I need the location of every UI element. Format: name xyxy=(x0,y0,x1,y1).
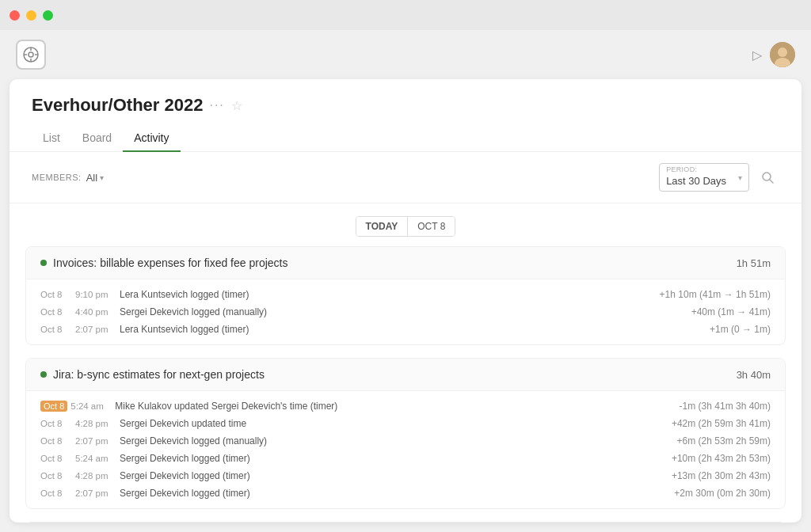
section-2-title: Jira: b-sync estimates for next-gen proj… xyxy=(40,368,265,381)
svg-line-10 xyxy=(770,180,773,183)
section-1-total: 1h 51m xyxy=(737,257,771,269)
log-time: 4:40 pm xyxy=(75,307,120,317)
play-icon[interactable]: ▷ xyxy=(752,48,762,63)
project-title: Everhour/Other 2022 xyxy=(32,95,203,116)
section-1: Invoices: billable expenses for fixed fe… xyxy=(25,246,786,345)
log-date: Oct 8 xyxy=(40,419,75,428)
log-row: Oct 84:40 pmSergei Dekevich logged (manu… xyxy=(26,303,785,321)
chevron-down-icon: ▾ xyxy=(100,173,104,182)
tab-activity[interactable]: Activity xyxy=(123,125,180,152)
log-user: Sergei Dekevich updated time xyxy=(120,418,672,429)
log-user: Sergei Dekevich logged (timer) xyxy=(120,470,672,481)
date-label: OCT 8 xyxy=(408,217,455,236)
dot-icon xyxy=(40,371,47,378)
log-user: Lera Kuntsevich logged (timer) xyxy=(120,324,710,335)
section-2-log: Oct 85:24 amMike Kulakov updated Sergei … xyxy=(26,391,785,508)
log-change: -1m (3h 41m 3h 40m) xyxy=(680,401,771,412)
log-change: +2m 30m (0m 2h 30m) xyxy=(674,488,771,499)
log-row: Oct 82:07 pmSergei Dekevich logged (manu… xyxy=(26,432,785,450)
svg-point-1 xyxy=(29,52,33,57)
dot-icon xyxy=(40,260,47,266)
section-1-title: Invoices: billable expenses for fixed fe… xyxy=(40,256,288,269)
topbar: ▷ xyxy=(10,40,801,70)
app-logo[interactable] xyxy=(16,40,46,70)
log-time: 4:28 pm xyxy=(75,471,120,481)
log-time: 4:28 pm xyxy=(75,419,120,428)
log-time: 5:24 am xyxy=(70,401,115,411)
today-label: TODAY xyxy=(356,217,409,236)
project-menu-icon[interactable]: ··· xyxy=(209,98,224,112)
log-time: 2:07 pm xyxy=(75,325,120,334)
log-change: +1h 10m (41m → 1h 51m) xyxy=(660,289,771,300)
log-time: 9:10 pm xyxy=(75,290,120,299)
section-2-header: Jira: b-sync estimates for next-gen proj… xyxy=(26,359,785,391)
date-badge: TODAY OCT 8 xyxy=(356,216,456,237)
section-2-total: 3h 40m xyxy=(737,369,771,381)
log-date: Oct 8 xyxy=(40,454,75,463)
members-label: MEMBERS: xyxy=(32,173,82,182)
activity-toolbar: MEMBERS: All ▾ PERIOD: Last 30 Days ▾ xyxy=(10,152,801,203)
log-change: +1m (0 → 1m) xyxy=(710,324,771,335)
toolbar-right: PERIOD: Last 30 Days ▾ xyxy=(659,163,779,192)
period-label: PERIOD: xyxy=(666,165,697,173)
log-change: +40m (1m → 41m) xyxy=(691,306,771,317)
section-title-text: Jira: b-sync estimates for next-gen proj… xyxy=(53,368,265,381)
log-user: Sergei Dekevich logged (manually) xyxy=(120,435,677,446)
log-time: 2:07 pm xyxy=(75,436,120,446)
card-header: Everhour/Other 2022 ··· ☆ List Board Act… xyxy=(10,79,801,152)
section-2: Jira: b-sync estimates for next-gen proj… xyxy=(25,358,786,509)
sections-container: Invoices: billable expenses for fixed fe… xyxy=(10,246,801,522)
log-change: +13m (2h 30m 2h 43m) xyxy=(672,470,771,481)
log-date: Oct 8 xyxy=(40,401,67,412)
section-title-text: Invoices: billable expenses for fixed fe… xyxy=(53,256,288,269)
svg-point-7 xyxy=(778,48,787,57)
log-date: Oct 8 xyxy=(40,307,75,317)
log-change: +6m (2h 53m 2h 59m) xyxy=(677,435,771,446)
topbar-right: ▷ xyxy=(752,42,795,67)
log-row: Oct 85:24 amSergei Dekevich logged (time… xyxy=(26,450,785,467)
tab-list[interactable]: List xyxy=(32,125,71,152)
minimize-button[interactable] xyxy=(26,10,36,21)
log-date: Oct 8 xyxy=(40,436,75,446)
log-row: Oct 89:10 pmLera Kuntsevich logged (time… xyxy=(26,286,785,303)
date-divider: TODAY OCT 8 xyxy=(10,203,801,246)
project-title-row: Everhour/Other 2022 ··· ☆ xyxy=(32,95,779,116)
log-row: Oct 84:28 pmSergei Dekevich updated time… xyxy=(26,415,785,432)
maximize-button[interactable] xyxy=(43,10,53,21)
search-button[interactable] xyxy=(756,165,779,189)
members-filter: MEMBERS: All ▾ xyxy=(32,172,104,184)
close-button[interactable] xyxy=(10,10,20,21)
period-value: Last 30 Days xyxy=(666,175,726,187)
avatar[interactable] xyxy=(770,42,795,67)
log-date: Oct 8 xyxy=(40,471,75,481)
log-row: Oct 85:24 amMike Kulakov updated Sergei … xyxy=(26,397,785,415)
log-user: Sergei Dekevich logged (timer) xyxy=(120,453,672,464)
log-row: Oct 82:07 pmSergei Dekevich logged (time… xyxy=(26,484,785,502)
log-date: Oct 8 xyxy=(40,290,75,299)
log-user: Sergei Dekevich logged (timer) xyxy=(120,488,674,499)
tabs: List Board Activity xyxy=(32,125,779,151)
app-content: ▷ Everhour/Other 2022 ··· ☆ List Board A xyxy=(0,30,811,532)
log-change: +42m (2h 59m 3h 41m) xyxy=(672,418,771,429)
card-body: MEMBERS: All ▾ PERIOD: Last 30 Days ▾ xyxy=(10,152,801,522)
log-row: Oct 82:07 pmLera Kuntsevich logged (time… xyxy=(26,321,785,338)
log-date: Oct 8 xyxy=(40,325,75,334)
star-icon[interactable]: ☆ xyxy=(231,98,242,113)
log-date: Oct 8 xyxy=(40,488,75,498)
log-user: Mike Kulakov updated Sergei Dekevich's t… xyxy=(115,401,679,412)
period-chevron-icon: ▾ xyxy=(738,173,742,182)
titlebar xyxy=(0,0,811,30)
section-3: Invoices: markdown for line items2h 19mO… xyxy=(25,522,786,522)
log-user: Lera Kuntsevich logged (timer) xyxy=(120,289,660,300)
section-1-log: Oct 89:10 pmLera Kuntsevich logged (time… xyxy=(26,279,785,344)
section-1-header: Invoices: billable expenses for fixed fe… xyxy=(26,247,785,279)
main-card: Everhour/Other 2022 ··· ☆ List Board Act… xyxy=(10,79,801,522)
members-dropdown[interactable]: All ▾ xyxy=(86,172,104,184)
log-time: 5:24 am xyxy=(75,454,120,463)
tab-board[interactable]: Board xyxy=(71,125,123,152)
log-change: +10m (2h 43m 2h 53m) xyxy=(672,453,771,464)
log-row: Oct 84:28 pmSergei Dekevich logged (time… xyxy=(26,467,785,484)
members-value: All xyxy=(86,172,97,184)
log-user: Sergei Dekevich logged (manually) xyxy=(120,306,691,317)
period-dropdown[interactable]: PERIOD: Last 30 Days ▾ xyxy=(659,163,749,192)
